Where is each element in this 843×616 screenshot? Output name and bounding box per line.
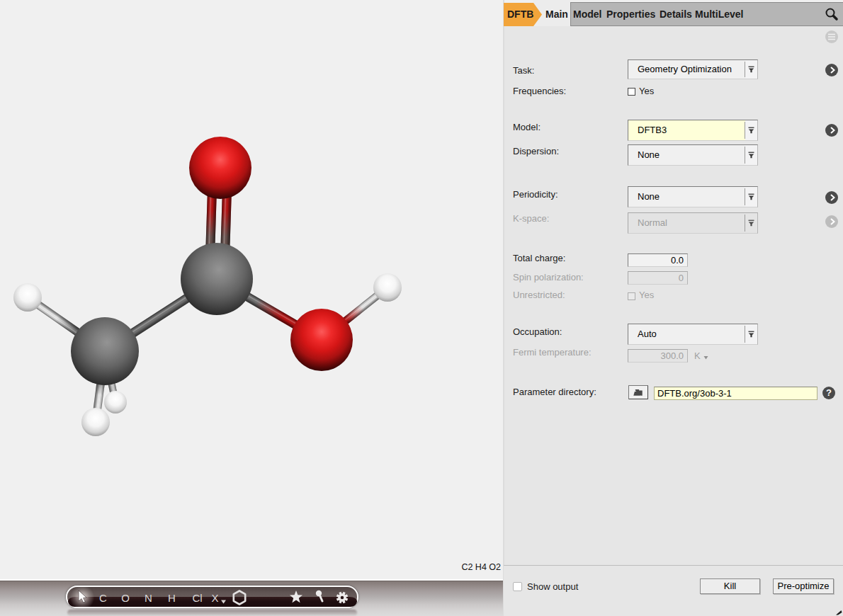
svg-text:DFTB: DFTB (507, 8, 533, 20)
